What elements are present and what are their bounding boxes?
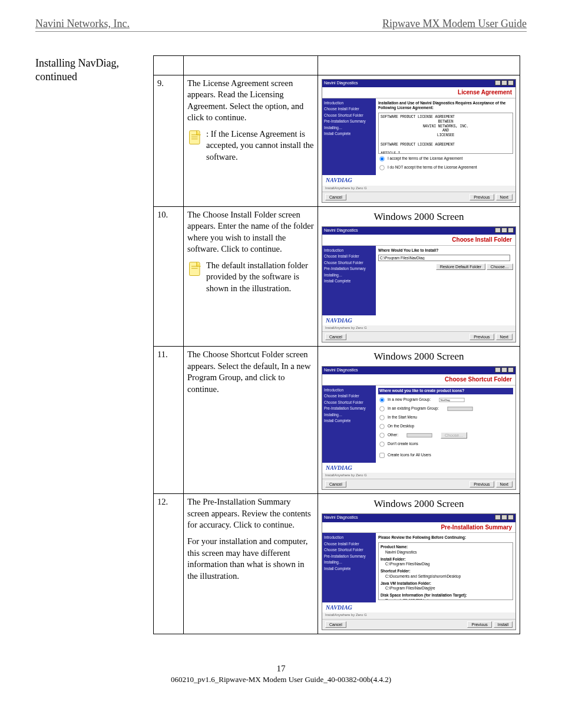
checkbox-all-users[interactable]: Create Icons for All Users [378,452,513,459]
installer-banner: Pre-Installation Summary [322,522,515,533]
table-header-cell [184,56,318,75]
next-button[interactable]: Next [496,334,513,340]
summary-box: Product Name:Navini Diagnostics Install … [378,542,513,600]
installer-mock-license: Navini Diagnostics License Agreement Int… [322,79,516,203]
installer-banner: Choose Install Folder [322,235,515,246]
installer-mock-summary: Navini Diagnostics Pre-Installation Summ… [322,513,516,630]
screenshot-cell: Navini Diagnostics License Agreement Int… [318,75,520,206]
table-header-cell [154,56,184,75]
page-number: 17 [35,664,527,674]
choose-button[interactable]: Choose… [487,263,513,270]
screenshot-cell: Windows 2000 Screen Navini Diagnostics C… [318,206,520,346]
restore-default-button[interactable]: Restore Default Folder [436,263,485,270]
page-footer: 17 060210_pv1.6_Ripwave-MX Modem User Gu… [35,664,527,684]
navdiag-logo: NAVDIAG [326,604,352,612]
installer-sidebar: Introduction Choose Install Folder Choos… [322,533,376,602]
step-instruction: The Choose Install Folder screen appears… [184,206,318,346]
window-title: Navini Diagnostics [324,515,358,521]
instruction-text: The Choose Install Folder screen appears… [187,209,314,255]
cancel-button[interactable]: Cancel [325,621,346,628]
step-row-12: 12. The Pre-Installation Summary screen … [154,494,520,634]
step-row-9: 9. The License Agreement screen appears.… [154,75,520,206]
section-sidehead: Installing NavDiag, continued [35,55,153,84]
instruction-text-2: For your installation and computer, this… [187,536,314,582]
step-number: 12. [154,494,184,634]
steps-table: 9. The License Agreement screen appears.… [153,55,520,634]
window-title: Navini Diagnostics [324,228,358,234]
installer-sidebar: Introduction Choose Install Folder Choos… [322,246,376,315]
installer-sidebar: Introduction Choose Install Folder Choos… [322,98,376,176]
new-group-name-input[interactable] [439,398,465,402]
note-icon [187,130,204,146]
window-controls[interactable] [494,367,514,374]
cancel-button[interactable]: Cancel [325,481,346,487]
step-number: 10. [154,206,184,346]
step-row-10: 10. The Choose Install Folder screen app… [154,206,520,346]
previous-button[interactable]: Previous [470,194,494,200]
step-row-11: 11. The Choose Shortcut Folder screen ap… [154,347,520,494]
radio-none[interactable]: Don't create icons [378,440,513,448]
install-folder-input[interactable] [378,255,510,261]
previous-button[interactable]: Previous [467,621,491,628]
window-controls[interactable] [494,80,514,87]
document-id: 060210_pv1.6_Ripwave-MX Modem User Guide… [35,675,527,684]
radio-accept[interactable]: I accept the terms of the License Agreem… [378,155,513,163]
navdiag-logo: NAVDIAG [326,464,352,472]
window-controls[interactable] [494,515,514,521]
cancel-button[interactable]: Cancel [325,194,346,200]
installer-heading: Please Review the Following Before Conti… [378,535,513,541]
note-text: The default installation folder provided… [206,260,314,295]
radio-reject[interactable]: I do NOT accept the terms of the License… [378,164,513,172]
previous-button[interactable]: Previous [470,481,494,487]
next-button[interactable]: Next [496,194,513,200]
radio-start-menu[interactable]: In the Start Menu [378,414,513,421]
screenshot-caption: Windows 2000 Screen [322,498,516,511]
radio-existing-group[interactable]: In an existing Program Group: [378,405,513,413]
instruction-text: The License Agreement screen appears. Re… [187,78,314,124]
installer-sidebar: Introduction Choose Install Folder Choos… [322,386,376,463]
step-number: 9. [154,75,184,206]
screenshot-cell: Windows 2000 Screen Navini Diagnostics P… [318,494,520,634]
cancel-button[interactable]: Cancel [325,334,346,340]
step-instruction: The Choose Shortcut Folder screen appear… [184,347,318,494]
window-controls[interactable] [494,228,514,234]
note-icon [187,261,204,278]
radio-desktop[interactable]: On the Desktop [378,423,513,430]
installer-mock-shortcut: Navini Diagnostics Choose Shortcut Folde… [322,366,516,490]
screenshot-caption: Windows 2000 Screen [322,350,516,364]
header-right: Ripwave MX Modem User Guide [382,18,527,30]
installer-heading: Where Would You Like to Install? [378,248,513,253]
radio-other[interactable]: Other: Choose… [378,431,513,439]
install-button[interactable]: Install [494,621,513,628]
navdiag-logo: NAVDIAG [326,176,352,185]
step-number: 11. [154,347,184,494]
installer-heading: Installation and Use of Navini Diagnosti… [378,101,513,111]
previous-button[interactable]: Previous [470,334,494,340]
installer-banner: License Agreement [322,87,515,98]
screenshot-caption: Windows 2000 Screen [322,210,516,224]
instruction-text: The Choose Shortcut Folder screen appear… [187,349,314,395]
installer-banner: Choose Shortcut Folder [322,374,515,386]
screenshot-cell: Windows 2000 Screen Navini Diagnostics C… [318,347,520,494]
note-text: : If the License Agreement is accepted, … [206,129,314,163]
installer-heading: Where would you like to create product i… [378,388,513,394]
page-header: Navini Networks, Inc. Ripwave MX Modem U… [35,18,527,32]
step-instruction: The License Agreement screen appears. Re… [184,75,318,206]
instruction-text: The Pre-Installation Summary screen appe… [187,496,314,531]
window-title: Navini Diagnostics [324,367,358,374]
step-instruction: The Pre-Installation Summary screen appe… [184,494,318,634]
license-text-box[interactable]: SOFTWARE PRODUCT LICENSE AGREEMENT BETWE… [378,113,513,154]
table-header-cell [318,56,520,75]
radio-new-group[interactable]: In a new Program Group: [378,396,513,404]
window-title: Navini Diagnostics [324,80,358,87]
navdiag-logo: NAVDIAG [326,317,352,325]
next-button[interactable]: Next [496,481,513,487]
choose-button-disabled: Choose… [441,432,467,439]
header-left: Navini Networks, Inc. [35,18,130,30]
installer-mock-folder: Navini Diagnostics Choose Install Folder… [322,226,516,343]
